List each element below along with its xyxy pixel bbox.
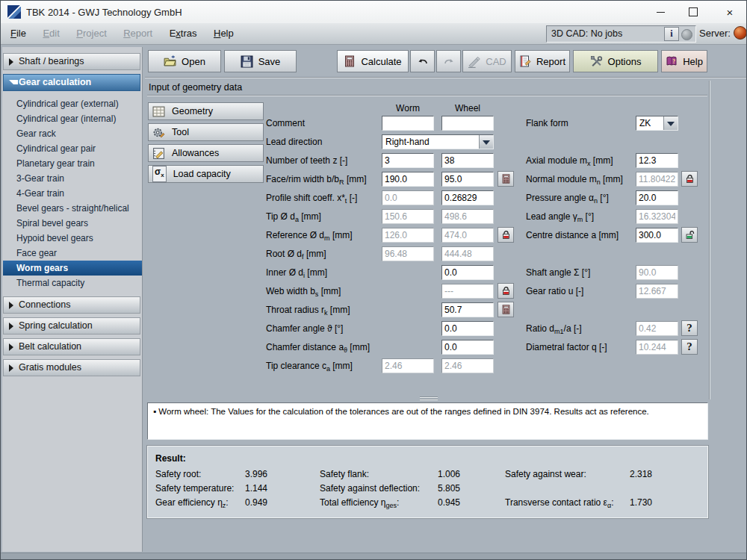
- menu-file[interactable]: File: [4, 23, 33, 43]
- cad-info-button[interactable]: i: [664, 27, 679, 41]
- cad-button: CAD: [462, 50, 512, 72]
- tip-clearance-label: Tip clearance ca [mm]: [266, 361, 353, 373]
- normal-module-label: Normal module mn [mm]: [526, 174, 623, 186]
- toolbar-separator: [145, 77, 746, 78]
- face-width-worm-input[interactable]: [382, 172, 434, 187]
- report-icon: [519, 55, 531, 67]
- warning-text: Worm wheel: The Values for the calculati…: [158, 407, 649, 416]
- question-mark-icon: ?: [686, 340, 692, 353]
- result-panel: Result: Safety root: 3.996 Safety temper…: [147, 446, 708, 518]
- tip-clearance-wheel-input: [441, 358, 494, 373]
- lead-angle-input: [636, 209, 678, 224]
- minimize-button[interactable]: [644, 1, 677, 23]
- face-width-label: Face/rim width b/bR [mm]: [266, 174, 367, 186]
- chevron-down-icon[interactable]: [663, 116, 678, 130]
- splitter-handle[interactable]: [420, 396, 438, 401]
- column-header-wheel: Wheel: [441, 103, 494, 113]
- column-header-worm: Worm: [382, 103, 434, 113]
- reference-diameter-label: Reference Ø dm [mm]: [266, 230, 353, 242]
- comment-worm-input[interactable]: [382, 116, 434, 131]
- root-diameter-wheel-input: [441, 246, 494, 261]
- section-title: Input of geometry data: [149, 82, 242, 93]
- calculator-icon: [344, 55, 356, 67]
- teeth-worm-input[interactable]: [382, 153, 434, 168]
- message-box: ▪ Worm wheel: The Values for the calcula…: [147, 402, 708, 440]
- profile-shift-label: Profile shift coeff. x*t [-]: [266, 193, 357, 205]
- maximize-button[interactable]: [677, 1, 710, 23]
- menu-help[interactable]: Help: [207, 23, 241, 43]
- lead-direction-select[interactable]: Right-hand: [382, 134, 494, 149]
- comment-wheel-input[interactable]: [441, 116, 494, 131]
- ratio-dm1a-input: [636, 321, 678, 336]
- throat-radius-calculator-button[interactable]: [498, 302, 514, 317]
- web-width-label: Web width bs [mm]: [266, 286, 341, 298]
- diametral-factor-help-button[interactable]: ?: [681, 339, 698, 355]
- open-button[interactable]: Open: [148, 50, 221, 72]
- menu-bar: File Edit Project Report Extras Help 3D …: [1, 23, 746, 45]
- chamfer-angle-label: Chamfer angle ϑ [°]: [266, 323, 343, 334]
- flank-form-select[interactable]: ZK: [636, 116, 678, 131]
- profile-shift-wheel-input[interactable]: [441, 190, 494, 205]
- options-button[interactable]: Options: [573, 50, 658, 72]
- face-width-wheel-input[interactable]: [441, 172, 494, 187]
- chevron-right-icon: [9, 58, 13, 66]
- cad-icon: [468, 55, 480, 68]
- face-width-calculator-button[interactable]: [498, 171, 514, 187]
- undo-button[interactable]: [410, 50, 435, 72]
- safety-deflection-value: 5.805: [438, 483, 460, 494]
- close-button[interactable]: ×: [713, 1, 746, 23]
- safety-flank-label: Safety flank:: [320, 469, 369, 479]
- centre-distance-lock-button[interactable]: [681, 227, 698, 243]
- menu-extras[interactable]: Extras: [163, 23, 204, 43]
- safety-root-value: 3.996: [245, 469, 267, 479]
- reference-diameter-worm-input: [382, 228, 434, 243]
- chamfer-distance-label: Chamfer distance aϑ [mm]: [266, 342, 370, 354]
- centre-distance-label: Centre distance a [mm]: [526, 230, 619, 240]
- sidebar-section-shaft-bearings[interactable]: Shaft / bearings: [3, 53, 140, 70]
- sidebar-section-gear-calculation[interactable]: Gear calculation: [3, 74, 140, 91]
- web-width-lock-button[interactable]: [498, 283, 514, 299]
- help-book-icon: ?: [666, 55, 678, 67]
- open-folder-icon: [164, 55, 176, 68]
- throat-radius-wheel-input[interactable]: [441, 302, 494, 317]
- ratio-dm1a-help-button[interactable]: ?: [681, 320, 698, 336]
- comment-label: Comment: [266, 118, 305, 128]
- diametral-factor-label: Diametral factor q [-]: [526, 342, 607, 352]
- close-icon: ×: [727, 7, 734, 18]
- safety-wear-label: Safety against wear:: [505, 469, 586, 479]
- safety-root-label: Safety root:: [155, 469, 201, 479]
- report-button[interactable]: Report: [515, 50, 570, 72]
- chamfer-angle-wheel-input[interactable]: [441, 321, 494, 336]
- chamfer-distance-wheel-input[interactable]: [441, 340, 494, 355]
- normal-module-input: [636, 172, 678, 187]
- root-diameter-label: Root Ø df [mm]: [266, 249, 326, 261]
- svg-text:?: ?: [672, 58, 675, 65]
- throat-radius-label: Throat radius rk [mm]: [266, 305, 350, 317]
- calculate-button[interactable]: Calculate: [337, 50, 409, 72]
- server-status-indicator: [734, 26, 747, 40]
- tip-diameter-worm-input: [382, 209, 434, 224]
- chevron-down-icon[interactable]: [479, 135, 493, 149]
- sidebar-item-cylindrical-gear-external[interactable]: Cylindrical gear (external): [3, 96, 142, 111]
- ratio-dm1a-label: Ratio dm1/a [-]: [526, 323, 582, 335]
- window-title: TBK 2014 - GWJ Technology GmbH: [26, 7, 182, 18]
- title-bar: TBK 2014 - GWJ Technology GmbH ×: [1, 1, 746, 24]
- reference-diameter-lock-button[interactable]: [498, 227, 514, 243]
- lead-angle-label: Lead angle γm [°]: [526, 211, 594, 223]
- pressure-angle-input[interactable]: [636, 190, 678, 205]
- bullet-icon: ▪: [153, 407, 156, 416]
- normal-module-lock-button[interactable]: [681, 171, 698, 187]
- centre-distance-input[interactable]: [636, 228, 678, 243]
- lock-closed-icon: [501, 286, 511, 296]
- save-button[interactable]: Save: [224, 50, 297, 72]
- axial-module-label: Axial module mx [mm]: [526, 155, 613, 167]
- axial-module-input[interactable]: [636, 153, 678, 168]
- diametral-factor-input: [636, 340, 678, 355]
- teeth-wheel-input[interactable]: [441, 153, 494, 168]
- safety-temperature-label: Safety temperature:: [155, 483, 234, 494]
- inner-diameter-wheel-input[interactable]: [441, 265, 494, 280]
- save-floppy-icon: [241, 55, 253, 68]
- help-button[interactable]: ? Help: [661, 50, 707, 72]
- pressure-angle-label: Pressure angle αn [°]: [526, 193, 609, 205]
- tip-diameter-label: Tip Ø da [mm]: [266, 211, 321, 223]
